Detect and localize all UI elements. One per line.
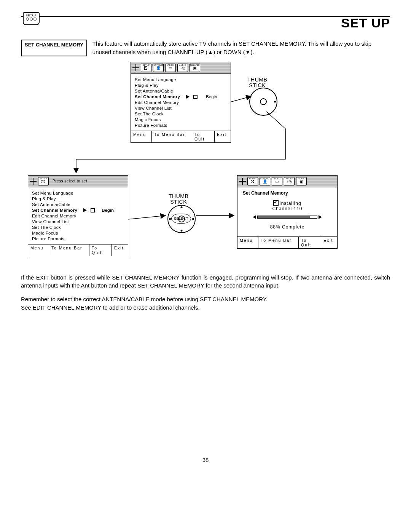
check-icon — [273, 200, 279, 206]
menu-item: Plug & Play — [32, 196, 124, 202]
begin-label: Begin — [206, 94, 217, 99]
menu-item: Picture Formats — [135, 123, 227, 128]
triangle-left-icon — [253, 215, 256, 219]
arrow-right-icon — [186, 95, 190, 99]
osd-footer: Menu To Menu Bar To Quit Exit — [237, 236, 337, 248]
tab-video-icon: VIDEO▭ — [165, 64, 176, 72]
page-title: SET UP — [21, 16, 390, 30]
paragraph: If the EXIT button is pressed while SET … — [21, 273, 390, 290]
tab-setup-icon: SETUP⛞ — [38, 177, 49, 185]
intro-text: This feature will automatically store ac… — [92, 40, 390, 56]
menu-item: Set Menu Language — [135, 77, 227, 83]
tab-theater-icon: THEATER▣ — [190, 64, 200, 72]
triangle-right-icon — [319, 215, 322, 219]
osd-top: SETUP⛞ CUSTOMIZE👤 VIDEO▭ AUDIO♪◎ THEATER… — [131, 62, 231, 143]
checkbox-icon — [91, 208, 95, 212]
menu-item: Set The Clock — [135, 111, 227, 117]
thumbstick-label: THUMB STICK — [169, 193, 188, 205]
svg-line-1 — [127, 216, 166, 219]
begin-label: Begin — [102, 208, 114, 212]
tab-customize-icon: CUSTOMIZE👤 — [260, 177, 270, 185]
badge-label: SETUP — [24, 13, 39, 17]
tab-setup-icon: SETUP⛞ — [247, 177, 258, 185]
page-number: 38 — [21, 457, 390, 463]
arrow-right-icon — [83, 208, 87, 212]
menu-item: Set Menu Language — [32, 190, 124, 196]
osd-installing: SETUP⛞ CUSTOMIZE👤 VIDEO▭ AUDIO♪◎ THEATER… — [237, 175, 338, 249]
select-oval: SELECT — [171, 214, 191, 224]
dpad-icon — [132, 64, 139, 71]
install-header: Set Channel Memory — [243, 190, 332, 196]
section-label: SET CHANNEL MEMORY — [21, 40, 87, 56]
tab-customize-icon: CUSTOMIZE👤 — [153, 64, 164, 72]
menu-item: Set The Clock — [32, 225, 124, 230]
menu-item: Magic Focus — [135, 117, 227, 123]
tab-audio-icon: AUDIO♪◎ — [284, 177, 295, 185]
menu-item-selected: Set Channel Memory — [135, 94, 180, 100]
tab-setup-icon: SETUP⛞ — [141, 64, 151, 72]
osd-tabbar: SETUP⛞ Press select to set — [28, 176, 128, 187]
menu-item: Set Antenna/Cable — [135, 88, 227, 94]
osd-tabbar: SETUP⛞ CUSTOMIZE👤 VIDEO▭ AUDIO♪◎ THEATER… — [237, 176, 337, 187]
progress-bar — [253, 215, 321, 219]
menu-item: View Channel List — [32, 219, 124, 225]
press-select-text: Press select to set — [53, 179, 87, 183]
osd-footer: Menu To Menu Bar To Quit Exit — [131, 131, 231, 142]
paragraph: See EDIT CHANNEL MEMORY to add or to era… — [21, 304, 200, 311]
install-line2: Channel 110 — [243, 206, 332, 211]
setup-badge: SETUP — [23, 12, 40, 25]
menu-item: Picture Formats — [32, 236, 124, 242]
osd-left: SETUP⛞ Press select to set Set Menu Lang… — [28, 175, 128, 256]
menu-item-selected: Set Channel Memory — [32, 208, 77, 213]
menu-item: Edit Channel Memory — [135, 100, 227, 105]
osd-footer: Menu To Menu Bar To Quit Exit — [28, 244, 128, 256]
install-line1: Installing — [279, 201, 301, 206]
thumbstick-icon — [249, 88, 277, 116]
tab-audio-icon: AUDIO♪◎ — [177, 64, 188, 72]
menu-item: Edit Channel Memory — [32, 213, 124, 219]
progress-text: 88% Complete — [243, 224, 332, 230]
menu-item: Magic Focus — [32, 230, 124, 236]
tab-video-icon: VIDEO▭ — [272, 177, 282, 185]
dpad-icon — [30, 178, 37, 185]
thumbstick-label: THUMB STICK — [247, 77, 267, 89]
menu-item: Set Antenna/Cable — [32, 202, 124, 208]
menu-item: View Channel List — [135, 105, 227, 111]
svg-line-0 — [230, 96, 251, 102]
paragraph: Remember to select the correct ANTENNA/C… — [21, 296, 268, 302]
tab-theater-icon: THEATER▣ — [296, 177, 307, 185]
dpad-icon — [239, 178, 246, 185]
checkbox-icon — [193, 95, 198, 99]
menu-item: Plug & Play — [135, 83, 227, 88]
osd-tabbar: SETUP⛞ CUSTOMIZE👤 VIDEO▭ AUDIO♪◎ THEATER… — [131, 62, 231, 74]
